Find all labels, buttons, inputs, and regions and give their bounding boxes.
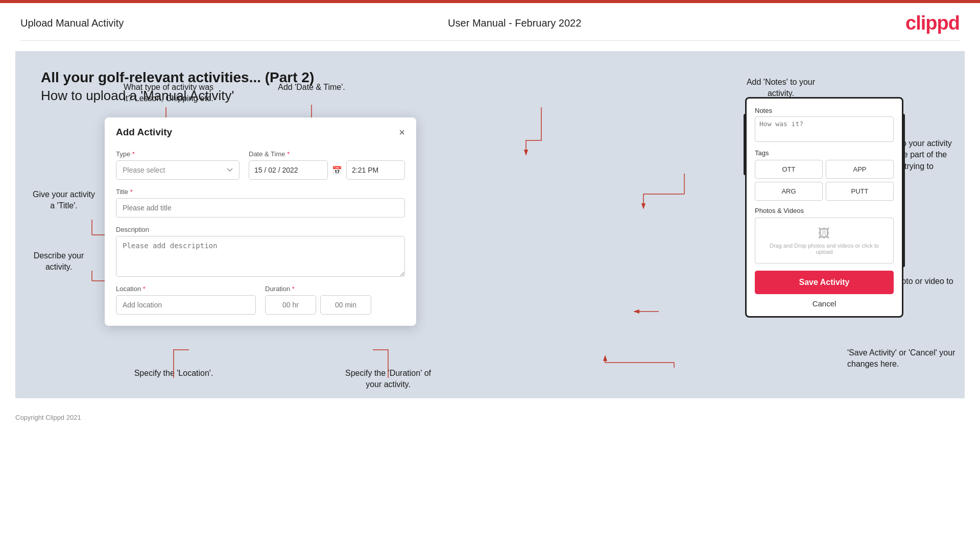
annotation-save: 'Save Activity' or 'Cancel' your changes… bbox=[847, 347, 960, 370]
svg-marker-17 bbox=[603, 355, 607, 361]
form-group-desc: Description bbox=[116, 226, 405, 277]
cancel-link[interactable]: Cancel bbox=[755, 299, 894, 308]
desc-label: Description bbox=[116, 226, 405, 233]
desc-textarea[interactable] bbox=[116, 236, 405, 277]
calendar-icon[interactable]: 📅 bbox=[332, 165, 342, 175]
form-group-duration: Duration * bbox=[265, 285, 405, 315]
svg-marker-15 bbox=[633, 309, 639, 314]
notes-label: Notes bbox=[755, 107, 894, 114]
annotation-title: Give your activity a 'Title'. bbox=[31, 189, 97, 212]
tags-label: Tags bbox=[755, 149, 894, 157]
annotation-type: What type of activity was it? Lesson, Ch… bbox=[123, 82, 214, 105]
location-label: Location * bbox=[116, 285, 256, 293]
photos-label: Photos & Videos bbox=[755, 207, 894, 214]
phone-side-right bbox=[902, 114, 905, 267]
form-group-datetime: Date & Time * 📅 bbox=[249, 150, 405, 180]
dialog-title: Add Activity bbox=[116, 127, 172, 138]
hr-input[interactable] bbox=[265, 295, 316, 315]
annotation-duration: Specify the 'Duration' of your activity. bbox=[337, 368, 439, 391]
annotation-notes: Add 'Notes' to your activity. bbox=[735, 77, 827, 100]
form-group-type: Type * Please select bbox=[116, 150, 240, 180]
logo: clippd bbox=[905, 12, 960, 34]
form-row-location-duration: Location * Duration * bbox=[116, 285, 405, 315]
tag-app[interactable]: APP bbox=[826, 160, 894, 179]
title-input[interactable] bbox=[116, 198, 405, 218]
footer: Copyright Clippd 2021 bbox=[0, 409, 980, 426]
header-divider bbox=[20, 40, 960, 41]
annotation-location: Specify the 'Location'. bbox=[133, 368, 214, 379]
form-group-location: Location * bbox=[116, 285, 256, 315]
time-input[interactable] bbox=[346, 160, 405, 180]
doc-title: User Manual - February 2022 bbox=[448, 17, 581, 29]
form-row-type-datetime: Type * Please select Date & Time * 📅 bbox=[116, 150, 405, 180]
photos-text: Drag and Drop photos and videos or click… bbox=[760, 243, 888, 255]
page-title: Upload Manual Activity bbox=[20, 17, 124, 29]
svg-marker-11 bbox=[524, 150, 528, 156]
close-button[interactable]: × bbox=[399, 127, 405, 137]
datetime-label: Date & Time * bbox=[249, 150, 405, 158]
phone-side-left bbox=[744, 114, 747, 175]
title-label: Title * bbox=[116, 188, 405, 196]
notes-textarea[interactable] bbox=[755, 116, 894, 142]
dialog-header: Add Activity × bbox=[105, 117, 416, 145]
main-content: All your golf-relevant activities... (Pa… bbox=[15, 51, 965, 398]
photo-icon: 🖼 bbox=[760, 226, 888, 241]
date-input[interactable] bbox=[249, 160, 328, 180]
annotation-datetime: Add 'Date & Time'. bbox=[271, 82, 352, 93]
form-group-title: Title * bbox=[116, 188, 405, 218]
duration-group bbox=[265, 295, 405, 315]
header: Upload Manual Activity User Manual - Feb… bbox=[0, 3, 980, 40]
copyright: Copyright Clippd 2021 bbox=[15, 414, 81, 421]
min-input[interactable] bbox=[320, 295, 371, 315]
type-label: Type * bbox=[116, 150, 240, 158]
photos-drop-zone[interactable]: 🖼 Drag and Drop photos and videos or cli… bbox=[755, 218, 894, 263]
annotation-desc: Describe your activity. bbox=[26, 250, 92, 273]
type-select[interactable]: Please select bbox=[116, 160, 240, 180]
tag-arg[interactable]: ARG bbox=[755, 182, 823, 201]
tags-grid: OTT APP ARG PUTT bbox=[755, 160, 894, 201]
svg-marker-13 bbox=[641, 203, 646, 209]
save-activity-button[interactable]: Save Activity bbox=[755, 271, 894, 294]
phone-panel: Notes Tags OTT APP ARG PUTT Photos & Vid… bbox=[745, 97, 903, 318]
duration-label: Duration * bbox=[265, 285, 405, 293]
tag-putt[interactable]: PUTT bbox=[826, 182, 894, 201]
date-time-group: 📅 bbox=[249, 160, 405, 180]
location-input[interactable] bbox=[116, 295, 256, 315]
add-activity-dialog: Add Activity × Type * Please select Date… bbox=[105, 117, 416, 326]
dialog-body: Type * Please select Date & Time * 📅 bbox=[105, 145, 416, 326]
tag-ott[interactable]: OTT bbox=[755, 160, 823, 179]
